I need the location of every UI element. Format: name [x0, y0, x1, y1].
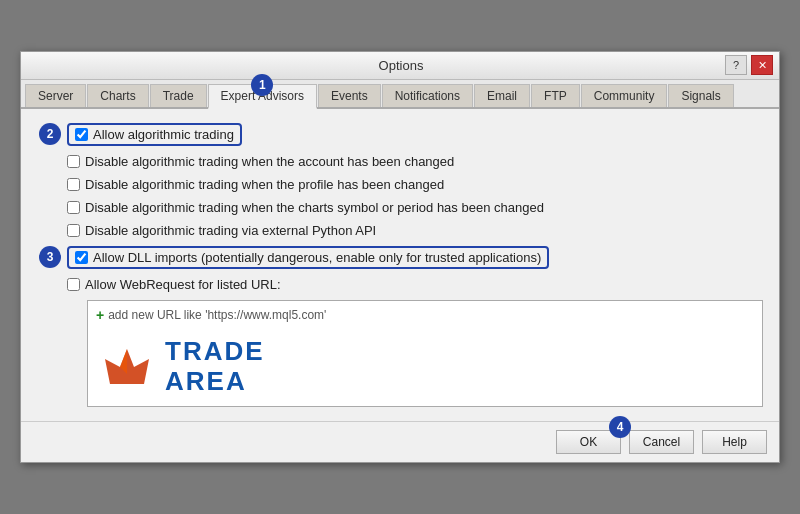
trade-area-logo-svg: [100, 339, 155, 389]
url-add-row: + add new URL like 'https://www.mql5.com…: [96, 307, 754, 323]
option-disable-python-row: Disable algorithmic trading via external…: [67, 223, 763, 238]
allow-dll-label: Allow DLL imports (potentially dangerous…: [93, 250, 541, 265]
watermark: TRADE AREA: [96, 333, 754, 401]
trade-logo-icon: [100, 339, 155, 395]
cancel-button[interactable]: Cancel: [629, 430, 694, 454]
option-allow-algo-row: 2 Allow algorithmic trading: [67, 123, 763, 146]
url-list-box: + add new URL like 'https://www.mql5.com…: [87, 300, 763, 408]
url-placeholder-text: add new URL like 'https://www.mql5.com': [108, 308, 326, 322]
title-controls: ? ✕: [725, 55, 773, 75]
tab-notifications[interactable]: Notifications: [382, 84, 473, 107]
close-button[interactable]: ✕: [751, 55, 773, 75]
annotation-badge-2: 2: [39, 123, 61, 145]
help-title-button[interactable]: ?: [725, 55, 747, 75]
title-bar: Options ? ✕: [21, 52, 779, 80]
option-disable-account-row: Disable algorithmic trading when the acc…: [67, 154, 763, 169]
tab-trade[interactable]: Trade: [150, 84, 207, 107]
help-button[interactable]: Help: [702, 430, 767, 454]
tab-charts[interactable]: Charts: [87, 84, 148, 107]
tab-server[interactable]: Server: [25, 84, 86, 107]
disable-python-option: Disable algorithmic trading via external…: [67, 223, 763, 238]
plus-icon: +: [96, 307, 104, 323]
allow-webrequest-label: Allow WebRequest for listed URL:: [85, 277, 281, 292]
annotation-badge-1: 1: [251, 74, 273, 96]
annotation-badge-3: 3: [39, 246, 61, 268]
annotation-badge-4: 4: [609, 416, 631, 438]
disable-profile-option: Disable algorithmic trading when the pro…: [67, 177, 763, 192]
allow-webrequest-option: Allow WebRequest for listed URL:: [67, 277, 763, 292]
allow-algo-label: Allow algorithmic trading: [93, 127, 234, 142]
trade-text-line2: AREA: [165, 367, 265, 397]
tab-signals[interactable]: Signals: [668, 84, 733, 107]
disable-profile-label: Disable algorithmic trading when the pro…: [85, 177, 444, 192]
disable-python-checkbox[interactable]: [67, 224, 80, 237]
disable-charts-label: Disable algorithmic trading when the cha…: [85, 200, 544, 215]
window-title: Options: [77, 58, 725, 73]
tab-expert-container: 1 Expert Advisors: [208, 84, 317, 107]
disable-account-checkbox[interactable]: [67, 155, 80, 168]
disable-account-option: Disable algorithmic trading when the acc…: [67, 154, 763, 169]
allow-dll-checkbox[interactable]: [75, 251, 88, 264]
allow-dll-outlined: Allow DLL imports (potentially dangerous…: [67, 246, 549, 269]
tab-community[interactable]: Community: [581, 84, 668, 107]
disable-account-label: Disable algorithmic trading when the acc…: [85, 154, 454, 169]
disable-profile-checkbox[interactable]: [67, 178, 80, 191]
option-disable-profile-row: Disable algorithmic trading when the pro…: [67, 177, 763, 192]
tab-email[interactable]: Email: [474, 84, 530, 107]
disable-python-label: Disable algorithmic trading via external…: [85, 223, 376, 238]
option-webrequest-row: Allow WebRequest for listed URL:: [67, 277, 763, 292]
content-area: 2 Allow algorithmic trading Disable algo…: [21, 109, 779, 422]
trade-text-line1: TRADE: [165, 337, 265, 367]
allow-algo-outlined: Allow algorithmic trading: [67, 123, 242, 146]
disable-charts-checkbox[interactable]: [67, 201, 80, 214]
disable-charts-option: Disable algorithmic trading when the cha…: [67, 200, 763, 215]
tab-ftp[interactable]: FTP: [531, 84, 580, 107]
ok-btn-container: 4 OK: [556, 430, 621, 454]
options-window: Options ? ✕ Server Charts Trade 1 Expert…: [20, 51, 780, 464]
option-disable-charts-row: Disable algorithmic trading when the cha…: [67, 200, 763, 215]
footer: 4 OK Cancel Help: [21, 421, 779, 462]
allow-algo-checkbox[interactable]: [75, 128, 88, 141]
tab-bar: Server Charts Trade 1 Expert Advisors Ev…: [21, 80, 779, 109]
trade-area-text: TRADE AREA: [165, 337, 265, 397]
tab-charts-container: Charts: [87, 84, 148, 107]
option-allow-dll-row: 3 Allow DLL imports (potentially dangero…: [67, 246, 763, 269]
tab-events[interactable]: Events: [318, 84, 381, 107]
allow-webrequest-checkbox[interactable]: [67, 278, 80, 291]
